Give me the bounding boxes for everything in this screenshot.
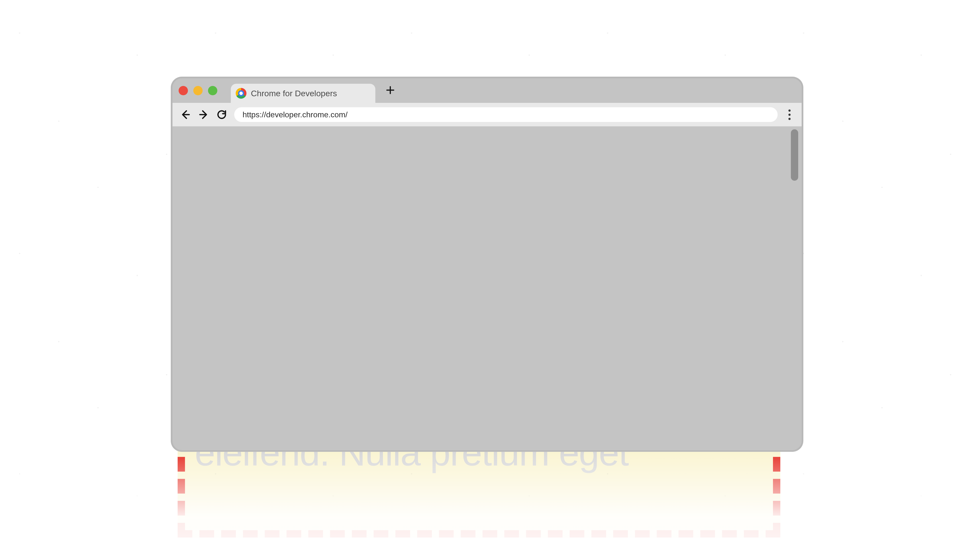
kebab-dot <box>788 110 791 112</box>
tab-title: Chrome for Developers <box>251 89 337 98</box>
address-bar[interactable]: https://developer.chrome.com/ <box>234 107 778 122</box>
back-arrow-icon <box>180 109 191 120</box>
forward-button[interactable] <box>198 109 209 120</box>
reload-icon <box>216 109 228 120</box>
reload-button[interactable] <box>216 109 228 120</box>
browser-menu-button[interactable] <box>784 110 794 120</box>
kebab-dot <box>788 118 791 120</box>
tab-strip: Chrome for Developers <box>172 78 802 103</box>
browser-tab-active[interactable]: Chrome for Developers <box>231 84 375 103</box>
kebab-dot <box>788 114 791 116</box>
browser-window: Chrome for Developers https://developer.… <box>171 77 803 452</box>
window-minimize-icon[interactable] <box>193 86 203 95</box>
window-controls <box>178 86 217 95</box>
window-zoom-icon[interactable] <box>208 86 217 95</box>
plus-icon <box>385 85 395 95</box>
chrome-icon <box>236 88 247 99</box>
toolbar: https://developer.chrome.com/ <box>172 103 802 126</box>
browser-viewport <box>172 126 802 450</box>
vertical-scrollbar-thumb[interactable] <box>791 129 798 181</box>
forward-arrow-icon <box>198 109 209 120</box>
back-button[interactable] <box>180 109 191 120</box>
viewport-content-area <box>172 126 787 450</box>
new-tab-button[interactable] <box>385 84 395 97</box>
window-close-icon[interactable] <box>178 86 188 95</box>
address-bar-url: https://developer.chrome.com/ <box>243 110 348 119</box>
scrollbar-gutter <box>787 126 802 450</box>
